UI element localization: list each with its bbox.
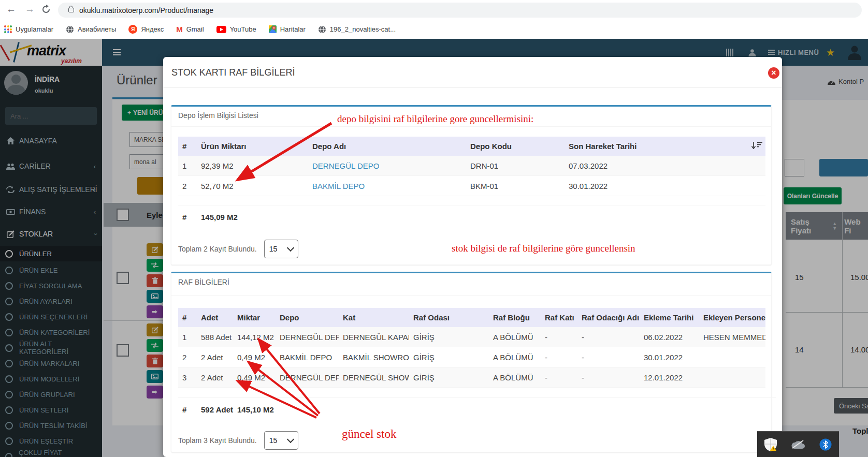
sort-amount-icon[interactable] <box>751 142 762 149</box>
screen: ← → okuklu.matrixotoerp.com/Product/mana… <box>0 0 868 457</box>
raf-table-row: 22 Adet 0,49 M2BAKMİL DEPO BAKMİL SHOWRO… <box>178 347 765 367</box>
record-count: Toplam 3 Kayıt Bulundu. <box>178 436 257 445</box>
bookmark-uygulamalar[interactable]: Uygulamalar <box>4 25 53 33</box>
bookmark-youtube[interactable]: YouTube <box>216 25 256 33</box>
depo-table-row: 2 52,70 M2 BAKMİL DEPO BKM-01 30.01.2022 <box>178 176 765 196</box>
modal-title: STOK KARTI RAF BİLGİLERİ <box>171 67 295 78</box>
apps-grid-icon <box>4 25 12 33</box>
browser-chrome: ← → okuklu.matrixotoerp.com/Product/mana… <box>0 0 868 39</box>
col-son-hareket[interactable]: Son Hareket Tarihi <box>565 137 765 156</box>
col-depo-adi[interactable]: Depo Adı <box>308 137 466 156</box>
depo-table-header-row: # Ürün Miktarı Depo Adı Depo Kodu Son Ha… <box>178 137 765 156</box>
address-bar[interactable]: okuklu.matrixotoerp.com/Product/manage <box>58 3 862 18</box>
chevron-down-icon <box>287 244 294 252</box>
bluetooth-icon[interactable] <box>819 438 832 451</box>
page-size-select[interactable]: 15 <box>264 240 298 258</box>
close-icon: × <box>771 69 776 77</box>
raf-table-header-row: # Adet Miktar Depo Kat Raf Odası Raf Blo… <box>178 308 765 327</box>
depo-panel: Depo İşlem Bilgisi Listesi # Ürün Miktar… <box>171 105 772 265</box>
depo-table-row: 1 92,39 M2 DERNEGÜL DEPO DRN-01 07.03.20… <box>178 156 765 176</box>
youtube-icon <box>216 26 226 33</box>
depo-table: # Ürün Miktarı Depo Adı Depo Kodu Son Ha… <box>178 137 765 196</box>
browser-refresh-icon[interactable] <box>41 5 51 14</box>
globe-icon <box>318 25 326 34</box>
bookmark-novalties[interactable]: 196_2_novalties-cat... <box>318 25 396 34</box>
yandex-icon: Я <box>128 25 137 34</box>
modal-close-button[interactable]: × <box>768 67 779 79</box>
raf-table-row: 1588 Adet 144,12 M2DERNEGÜL DEPO DERNEGÜ… <box>178 327 765 347</box>
bookmarks-bar: Uygulamalar Авиабилеты Я Яндекс M Gmail … <box>0 21 868 38</box>
depo-table-footer: Toplam 2 Kayıt Bulundu. 15 <box>178 240 298 258</box>
bookmark-aviabilety[interactable]: Авиабилеты <box>66 25 116 34</box>
url-text: okuklu.matrixotoerp.com/Product/manage <box>79 6 213 14</box>
chevron-down-icon <box>287 436 294 443</box>
raf-panel-title: RAF BİLGİLERİ <box>178 278 229 286</box>
annotation-depo-note: depo bilgisini raf bilgilerine gore gunc… <box>337 113 533 125</box>
gmail-icon: M <box>176 25 183 34</box>
browser-back-icon[interactable]: ← <box>6 0 16 19</box>
col-hash[interactable]: # <box>178 137 197 156</box>
windows-security-icon[interactable] <box>764 438 777 451</box>
divider <box>163 87 782 87</box>
raf-panel: RAF BİLGİLERİ # Adet Miktar Depo Kat Raf… <box>171 272 772 452</box>
depo-link[interactable]: BAKMİL DEPO <box>312 182 365 190</box>
depo-panel-title: Depo İşlem Bilgisi Listesi <box>178 111 258 120</box>
depo-totals-row: #145,09 M2 <box>178 205 765 222</box>
depo-link[interactable]: DERNEGÜL DEPO <box>312 161 379 170</box>
record-count: Toplam 2 Kayıt Bulundu. <box>178 245 257 253</box>
annotation-stok-note: stok bilgisi de raf bilgilerine göre gun… <box>452 243 635 254</box>
raf-table-footer: Toplam 3 Kayıt Bulundu. 15 <box>178 431 298 450</box>
depo-total-qty: 145,09 M2 <box>197 205 308 222</box>
raf-total-miktar: 145,10 M2 <box>233 398 276 415</box>
maps-icon <box>269 25 277 34</box>
raf-table-row: 32 Adet 0,49 M2DERNEGÜL DEPO DERNEGÜL SH… <box>178 367 765 388</box>
annotation-guncel-note: güncel stok <box>342 427 396 441</box>
globe-icon <box>66 25 74 34</box>
system-tray-popup <box>757 431 839 457</box>
bookmark-gmail[interactable]: M Gmail <box>176 25 204 34</box>
onedrive-cloud-icon[interactable] <box>791 440 805 449</box>
col-urun-miktari[interactable]: Ürün Miktarı <box>197 137 308 156</box>
browser-forward-icon[interactable]: → <box>25 0 35 19</box>
bookmark-haritalar[interactable]: Haritalar <box>269 25 306 34</box>
raf-totals-row: #592 Adet145,10 M2 <box>178 397 776 414</box>
raf-table: # Adet Miktar Depo Kat Raf Odası Raf Blo… <box>178 308 765 388</box>
bookmark-yandex[interactable]: Я Яндекс <box>128 25 164 34</box>
lock-icon <box>68 8 74 12</box>
page-size-select[interactable]: 15 <box>264 431 298 450</box>
col-depo-kodu[interactable]: Depo Kodu <box>466 137 565 156</box>
raf-total-adet: 592 Adet <box>197 398 233 415</box>
